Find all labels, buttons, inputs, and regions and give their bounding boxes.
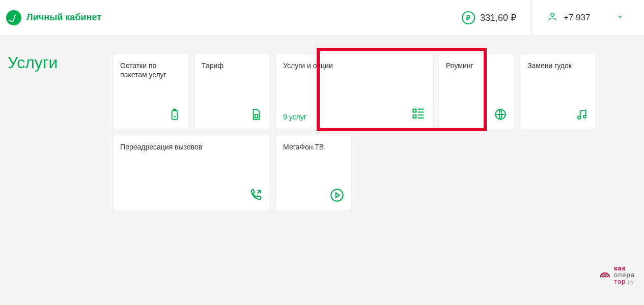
svg-rect-2	[174, 109, 176, 111]
globe-icon	[494, 108, 507, 123]
card-ringtone[interactable]: Замени гудок	[520, 53, 596, 130]
page-title: Услуги	[5, 53, 113, 211]
card-title: Остатки по пакетам услуг	[120, 61, 181, 79]
content-area: Услуги Остатки по пакетам услуг Тариф Ус…	[0, 36, 644, 211]
svg-rect-8	[413, 115, 416, 118]
svg-point-13	[583, 115, 586, 118]
card-title: Услуги и опции	[283, 61, 426, 70]
ruble-icon: ₽	[462, 11, 475, 24]
svg-rect-1	[172, 110, 178, 119]
svg-point-14	[331, 189, 343, 201]
card-package-balances[interactable]: Остатки по пакетам услуг	[113, 53, 189, 130]
card-call-forwarding[interactable]: Переадресация вызовов	[113, 135, 270, 211]
call-forward-icon	[248, 188, 263, 204]
watermark: как опера тор.ру	[598, 265, 635, 285]
svg-rect-4	[255, 114, 258, 118]
card-title: Роуминг	[446, 61, 507, 70]
balance-block[interactable]: ₽ 331,60 ₽	[446, 0, 532, 35]
brand-block[interactable]: Личный кабинет	[6, 10, 101, 25]
battery-icon	[168, 108, 181, 123]
svg-point-0	[551, 13, 554, 16]
svg-point-12	[578, 116, 580, 119]
chevron-down-icon	[617, 13, 624, 22]
user-icon	[547, 12, 557, 24]
card-subtitle: 9 услуг	[283, 113, 306, 121]
phone-number: +7 937	[564, 13, 610, 23]
account-phone-dropdown[interactable]: +7 937	[532, 0, 634, 35]
card-title: Тариф	[202, 61, 263, 70]
wifi-arc-icon	[598, 267, 611, 283]
music-icon	[575, 108, 589, 123]
card-services-options[interactable]: Услуги и опции 9 услуг	[275, 53, 433, 130]
watermark-text: как опера тор.ру	[614, 265, 635, 285]
card-title: Замени гудок	[527, 61, 589, 70]
card-roaming[interactable]: Роуминг	[438, 53, 515, 130]
balance-value: 331,60 ₽	[480, 12, 516, 23]
svg-rect-5	[413, 109, 416, 112]
brand-title: Личный кабинет	[26, 12, 101, 23]
brand-logo-icon	[6, 10, 21, 25]
sim-icon	[249, 108, 263, 123]
card-megafon-tv[interactable]: МегаФон.ТВ	[275, 135, 352, 211]
card-title: Переадресация вызовов	[120, 142, 263, 151]
card-title: МегаФон.ТВ	[283, 142, 344, 151]
list-icon	[411, 107, 426, 123]
svg-marker-15	[336, 193, 340, 197]
card-tariff[interactable]: Тариф	[194, 53, 270, 130]
services-grid: Остатки по пакетам услуг Тариф Услуги и …	[113, 53, 639, 211]
app-header: Личный кабинет ₽ 331,60 ₽ +7 937	[0, 0, 644, 36]
play-icon	[330, 188, 344, 204]
